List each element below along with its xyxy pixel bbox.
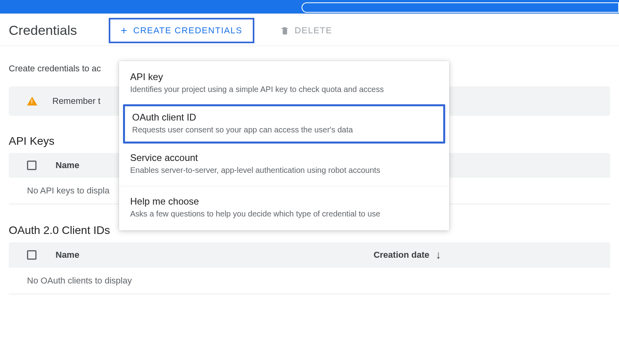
page-header: Credentials + CREATE CREDENTIALS DELETE <box>0 14 619 46</box>
dropdown-item-title: Service account <box>130 152 438 163</box>
dropdown-item-title: Help me choose <box>130 196 438 207</box>
dropdown-item-title: OAuth client ID <box>132 112 436 123</box>
dropdown-divider <box>119 186 449 186</box>
dropdown-item-help-me-choose[interactable]: Help me choose Asks a few questions to h… <box>119 189 449 227</box>
select-all-oauth-checkbox[interactable] <box>27 250 37 260</box>
search-input[interactable] <box>302 2 619 13</box>
delete-label: DELETE <box>295 25 333 36</box>
oauth-col-creation-date-label: Creation date <box>373 250 429 260</box>
consent-reminder-text: Remember t <box>52 96 100 106</box>
create-credentials-dropdown: API key Identifies your project using a … <box>119 61 449 230</box>
create-credentials-label: CREATE CREDENTIALS <box>133 25 242 36</box>
plus-icon: + <box>121 25 128 36</box>
top-app-bar <box>0 0 619 14</box>
dropdown-item-service-account[interactable]: Service account Enables server-to-server… <box>119 145 449 184</box>
oauth-clients-table-header: Name Creation date ↓ <box>9 242 610 268</box>
page-content: Credentials + CREATE CREDENTIALS DELETE … <box>0 14 619 294</box>
select-all-api-keys-checkbox[interactable] <box>27 161 37 170</box>
trash-icon <box>281 25 289 36</box>
dropdown-item-api-key[interactable]: API key Identifies your project using a … <box>119 64 449 103</box>
oauth-col-name[interactable]: Name <box>56 250 354 260</box>
oauth-clients-empty-row: No OAuth clients to display <box>9 268 610 294</box>
dropdown-item-desc: Enables server-to-server, app-level auth… <box>130 166 438 175</box>
dropdown-item-desc: Identifies your project using a simple A… <box>130 85 438 94</box>
sort-descending-icon: ↓ <box>436 249 441 261</box>
dropdown-item-oauth-client-id[interactable]: OAuth client ID Requests user consent so… <box>123 104 445 144</box>
dropdown-item-desc: Asks a few questions to help you decide … <box>130 209 438 218</box>
page-title: Credentials <box>9 23 77 38</box>
delete-button[interactable]: DELETE <box>278 25 335 36</box>
create-credentials-button[interactable]: + CREATE CREDENTIALS <box>109 18 254 43</box>
oauth-col-creation-date[interactable]: Creation date ↓ <box>373 249 441 261</box>
dropdown-item-title: API key <box>130 71 438 82</box>
warning-icon <box>27 97 37 105</box>
dropdown-item-desc: Requests user consent so your app can ac… <box>132 125 436 134</box>
